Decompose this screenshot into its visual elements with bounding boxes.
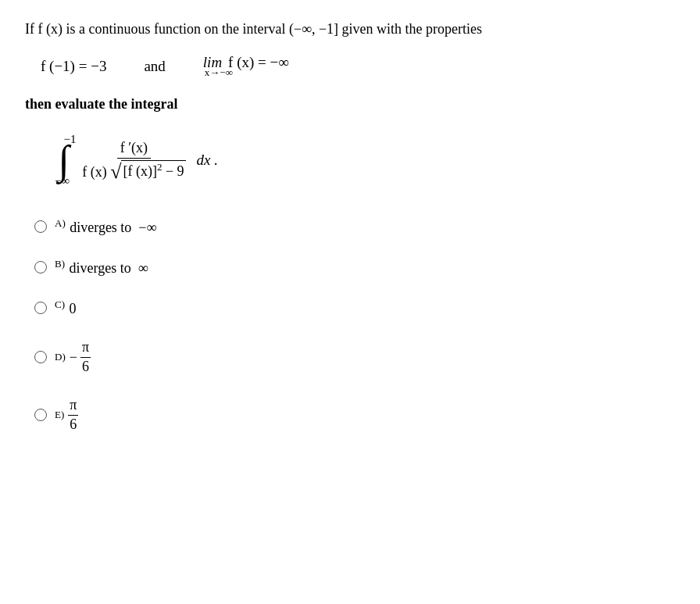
radio-c[interactable] <box>34 302 47 314</box>
numerator-text: f ′(x) <box>120 140 148 155</box>
option-b-text: diverges to ∞ <box>70 260 148 276</box>
sqrt-symbol: √ <box>110 162 121 182</box>
option-e-numerator: π <box>68 397 78 416</box>
option-b[interactable]: B) diverges to ∞ <box>34 258 675 277</box>
option-d-letter: D) <box>55 351 66 363</box>
option-d-denominator: 6 <box>80 358 91 376</box>
answer-options: A) diverges to −∞ B) diverges to ∞ C) 0 … <box>34 217 675 433</box>
sqrt-content: [f (x)]2 − 9 <box>121 160 185 180</box>
option-c-text: 0 <box>70 301 77 316</box>
option-d-numerator: π <box>80 339 91 358</box>
integral-upper-limit: −1 <box>64 133 77 146</box>
lim-eq-text: f (x) = −∞ <box>228 54 289 71</box>
option-c-content: C) 0 <box>55 298 77 317</box>
option-d[interactable]: D) − π 6 <box>34 339 675 375</box>
option-d-fraction: π 6 <box>80 339 91 375</box>
option-e-content: E) π 6 <box>55 397 78 433</box>
option-c[interactable]: C) 0 <box>34 298 675 317</box>
option-e-letter: E) <box>55 409 64 421</box>
option-b-content: B) diverges to ∞ <box>55 258 148 277</box>
lim-subscript: x→−∞ <box>205 66 233 79</box>
option-a[interactable]: A) diverges to −∞ <box>34 217 675 236</box>
squared-exponent: 2 <box>157 161 162 173</box>
radio-d[interactable] <box>34 351 47 363</box>
property-connector: and <box>144 58 165 75</box>
option-c-letter: C) <box>55 298 65 310</box>
integral-expression: −1 ∫ −∞ f ′(x) f (x) √ [f (x)]2 − 9 dx . <box>56 131 675 189</box>
option-e-fraction: π 6 <box>68 397 78 433</box>
option-b-letter: B) <box>55 258 65 270</box>
integral-symbol: −1 ∫ −∞ <box>56 131 71 189</box>
radio-e[interactable] <box>34 409 47 421</box>
radio-b[interactable] <box>34 261 47 273</box>
integral-lower-limit: −∞ <box>55 174 70 188</box>
denom-prefix: f (x) <box>82 164 106 180</box>
option-d-neg: − <box>70 349 77 366</box>
integrand-numerator: f ′(x) <box>117 140 151 159</box>
radio-a[interactable] <box>34 220 47 233</box>
integrand-denominator: f (x) √ [f (x)]2 − 9 <box>79 159 188 180</box>
sqrt-wrapper: √ [f (x)]2 − 9 <box>110 160 185 180</box>
properties-row: f (−1) = −3 and lim f (x) = −∞ x→−∞ <box>41 54 675 79</box>
property-left: f (−1) = −3 <box>41 58 106 75</box>
option-a-letter: A) <box>55 217 66 229</box>
integrand-fraction: f ′(x) f (x) √ [f (x)]2 − 9 <box>79 140 188 180</box>
option-e-denominator: 6 <box>68 416 78 434</box>
problem-statement: If f (x) is a continuous function on the… <box>25 19 675 40</box>
dx-text: dx . <box>197 152 218 169</box>
lim-expression: lim f (x) = −∞ x→−∞ <box>203 54 289 79</box>
option-e[interactable]: E) π 6 <box>34 397 675 433</box>
header-text: If f (x) is a continuous function on the… <box>25 21 482 37</box>
option-d-content: D) − π 6 <box>55 339 91 375</box>
then-evaluate-label: then evaluate the integral <box>25 96 675 113</box>
option-a-content: A) diverges to −∞ <box>55 217 156 236</box>
option-a-text: diverges to −∞ <box>70 220 156 235</box>
